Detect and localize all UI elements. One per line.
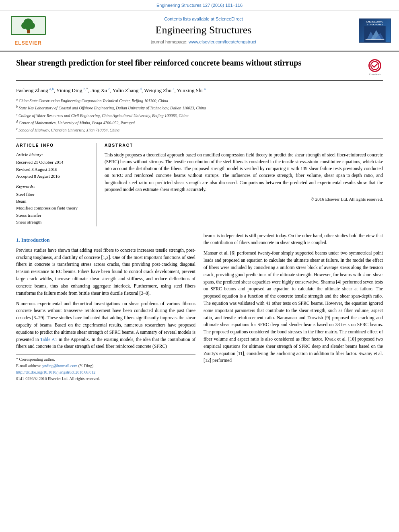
abstract-text: This study proposes a theoretical approa… [105, 152, 383, 193]
article-title: Shear strength prediction for steel fibe… [16, 58, 363, 68]
sciencedirect-anchor[interactable]: ScienceDirect [216, 16, 243, 21]
author-5: Weiqing Zhu e [144, 87, 174, 93]
journal-url[interactable]: www.elsevier.com/locate/engstruct [189, 39, 256, 44]
author-4: Yulin Zhang d [113, 87, 142, 93]
info-abstract-section: ARTICLE INFO Article history: Received 2… [16, 138, 383, 226]
eng-struct-logo-icon [359, 26, 391, 42]
eng-struct-logo-label: ENGINEERINGSTRUCTURES [359, 20, 391, 27]
journal-citation: Engineering Structures 127 (2016) 101–11… [156, 3, 243, 8]
body-content: 1. Introduction Previous studies have sh… [16, 232, 383, 383]
article-title-section: Shear strength prediction for steel fibe… [16, 58, 383, 80]
journal-homepage: journal homepage: www.elsevier.com/locat… [54, 39, 353, 45]
affil-a: a China State Construction Engineering C… [16, 97, 383, 104]
accepted-date: Accepted 8 August 2016 [16, 173, 90, 179]
keyword-4: Stress transfer [16, 212, 90, 218]
body-left-column: 1. Introduction Previous studies have sh… [16, 232, 195, 383]
author-1: Fasheng Zhang a,b [16, 87, 54, 93]
affil-d: d Center of Mathematics, University of M… [16, 119, 383, 126]
elsevier-logo-container: ELSEVIER [6, 14, 50, 47]
history-label: Article history: [16, 152, 90, 158]
abstract-label: ABSTRACT [105, 143, 383, 148]
checkmark-icon [370, 61, 379, 70]
body-para-2: Numerous experimental and theoretical in… [16, 300, 195, 351]
issn-line: 0141-0296/© 2016 Elsevier Ltd. All right… [16, 376, 195, 382]
affil-e: e School of Highway, Chang'an University… [16, 127, 383, 133]
crossmark-icon [368, 59, 381, 72]
journal-title-area: Contents lists available at ScienceDirec… [54, 16, 353, 45]
elsevier-logo: ELSEVIER [9, 14, 47, 47]
journal-header: ELSEVIER Contents lists available at Sci… [0, 10, 399, 51]
author-2: Yining Ding b,* [56, 87, 88, 93]
elsevier-brand-text: ELSEVIER [14, 40, 41, 47]
keyword-2: Beam [16, 198, 90, 204]
keyword-5: Shear strength [16, 219, 90, 225]
keyword-3: Modified compression field theory [16, 205, 90, 211]
revised-date: Revised 3 August 2016 [16, 166, 90, 173]
doi-line: http://dx.doi.org/10.1016/j.engstruct.20… [16, 370, 195, 375]
received-date: Received 21 October 2014 [16, 159, 90, 165]
keyword-1: Steel fiber [16, 191, 90, 197]
article-info-label: ARTICLE INFO [16, 143, 90, 148]
article-info-column: ARTICLE INFO Article history: Received 2… [16, 143, 97, 226]
email-link[interactable]: ynding@hotmail.com [42, 364, 77, 368]
author-6: Yunxing Shi a [177, 87, 206, 93]
email-line: E-mail address: ynding@hotmail.com (Y. D… [16, 363, 195, 369]
sciencedirect-link: Contents lists available at ScienceDirec… [54, 16, 353, 22]
svg-point-5 [25, 25, 31, 30]
intro-heading: 1. Introduction [16, 236, 195, 244]
body-para-right-1: beams is independent is still prevalent … [204, 232, 383, 247]
copyright-line: © 2016 Elsevier Ltd. All rights reserved… [105, 196, 383, 202]
crossmark-badge: CrossMark [367, 59, 383, 76]
author-3: Jing Xu c [90, 87, 110, 93]
eng-structures-logo-container: ENGINEERINGSTRUCTURES [357, 18, 393, 43]
affil-b: b State Key Laboratory of Coastal and Of… [16, 105, 383, 111]
corresponding-note: * Corresponding author. [16, 357, 195, 362]
affiliations-section: a China State Construction Engineering C… [16, 97, 383, 134]
table-a1-link[interactable]: Table A1 [40, 337, 57, 342]
footer-section: * Corresponding author. E-mail address: … [16, 354, 195, 382]
body-right-column: beams is independent is still prevalent … [204, 232, 383, 383]
authors-section: Fasheng Zhang a,b, Yining Ding b,*, Jing… [16, 86, 383, 94]
eng-struct-logo: ENGINEERINGSTRUCTURES [359, 18, 391, 43]
article-content: Shear strength prediction for steel fibe… [0, 51, 399, 388]
affil-c: c College of Water Resources and Civil E… [16, 112, 383, 119]
body-para-1: Previous studies have shown that adding … [16, 247, 195, 297]
abstract-column: ABSTRACT This study proposes a theoretic… [105, 143, 383, 226]
elsevier-tree-icon [9, 14, 47, 39]
body-para-right-2: Mansur et al. [6] performed twenty-four … [204, 250, 383, 364]
page: Engineering Structures 127 (2016) 101–11… [0, 0, 399, 532]
doi-link[interactable]: http://dx.doi.org/10.1016/j.engstruct.20… [16, 370, 95, 374]
keywords-label: Keywords: [16, 183, 90, 189]
journal-title: Engineering Structures [54, 23, 353, 37]
crossmark-label: CrossMark [369, 73, 380, 76]
journal-top-bar: Engineering Structures 127 (2016) 101–11… [0, 0, 399, 10]
